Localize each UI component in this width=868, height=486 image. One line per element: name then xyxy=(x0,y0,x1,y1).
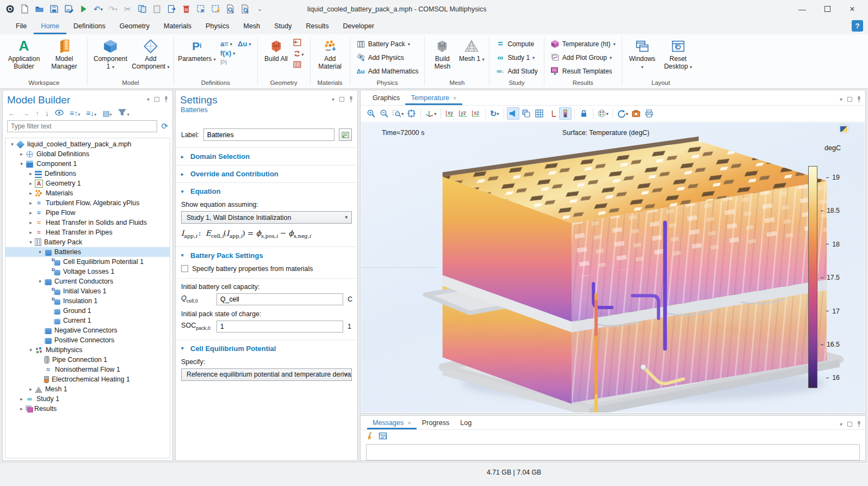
search-settings-button[interactable] xyxy=(238,3,252,16)
section-cell-equilibrium-potential[interactable]: ▾Cell Equilibrium Potential xyxy=(176,340,357,357)
variables-button[interactable]: a=▾ xyxy=(218,39,235,48)
move-down-icon[interactable]: ↓ xyxy=(45,109,49,118)
zoom-in-icon[interactable] xyxy=(365,107,377,120)
qat-overflow-button[interactable]: ⌄ xyxy=(253,3,266,16)
float-icon[interactable] xyxy=(847,97,852,102)
tree-twisty-icon[interactable]: ▾ xyxy=(18,161,25,167)
model-manager-button[interactable]: Model Manager xyxy=(45,37,84,72)
copy-table-icon[interactable] xyxy=(379,432,387,442)
zoom-box-icon[interactable]: ▾ xyxy=(391,107,405,120)
parameters-button[interactable]: Pi Parameters ▾ xyxy=(177,37,216,65)
tree-item[interactable]: ▸Results xyxy=(5,404,170,414)
specify-from-materials-checkbox[interactable] xyxy=(181,265,188,272)
expand-all-icon[interactable]: ≡↑▾ xyxy=(70,109,80,118)
build-all-geometry-button[interactable]: Build All xyxy=(261,37,292,65)
view-yz-icon[interactable]: yz xyxy=(457,107,469,120)
tree-twisty-icon[interactable]: ▸ xyxy=(27,171,34,176)
filter-input[interactable] xyxy=(7,120,157,132)
menu-item-mesh[interactable]: Mesh xyxy=(236,18,267,34)
label-input[interactable] xyxy=(203,128,334,141)
soc-input[interactable] xyxy=(216,321,343,333)
parameter-case-button[interactable]: Pi xyxy=(218,58,254,67)
compute-button[interactable]: = Compute xyxy=(493,37,540,51)
tree-item[interactable]: Electrochemical Heating 1 xyxy=(5,374,170,384)
refresh-icon[interactable]: ⟳ xyxy=(161,121,168,131)
tree-twisty-icon[interactable]: ▸ xyxy=(27,190,34,196)
view-xz-icon[interactable]: xz xyxy=(470,107,482,120)
collapse-chevron-icon[interactable]: ▾ xyxy=(840,421,842,427)
move-up-icon[interactable]: ↑ xyxy=(35,109,39,118)
graphics-canvas[interactable]: Time=72000 s Surface: Temperature (degC)… xyxy=(361,122,865,413)
tree-twisty-icon[interactable]: ▾ xyxy=(36,279,44,284)
tree-item[interactable]: Negative Connectors xyxy=(5,325,170,335)
rename-button[interactable] xyxy=(339,128,352,141)
tree-item[interactable]: ▸Definitions xyxy=(5,169,170,179)
tree-item[interactable]: ▾liquid_cooled_battery_pack_a.mph xyxy=(5,139,170,149)
build-mesh-button[interactable]: Build Mesh xyxy=(428,37,456,72)
run-application-button[interactable] xyxy=(77,3,90,16)
new-file-button[interactable] xyxy=(18,3,32,16)
reset-desktop-button[interactable]: C Reset Desktop ▾ xyxy=(660,37,696,72)
collapse-chevron-icon[interactable]: ▾ xyxy=(147,96,150,102)
tree-item[interactable]: ▾Batteries xyxy=(5,247,170,257)
tree-twisty-icon[interactable]: ▸ xyxy=(27,181,34,186)
pin-icon[interactable] xyxy=(857,421,861,427)
tab-log[interactable]: Log xyxy=(455,416,477,429)
tree-item[interactable]: ▸≈Pipe Flow xyxy=(5,208,170,218)
float-icon[interactable] xyxy=(154,97,159,102)
snapshot-icon[interactable] xyxy=(630,107,642,120)
component-button[interactable]: Component 1 ▾ xyxy=(91,37,130,72)
color-theme-icon[interactable]: ▾ xyxy=(596,107,610,120)
menu-item-materials[interactable]: Materials xyxy=(157,18,199,34)
tree-item[interactable]: ▸Mesh 1 xyxy=(5,384,170,394)
go-to-view-icon[interactable]: ▾ xyxy=(424,107,437,120)
messages-output-area[interactable] xyxy=(366,444,860,460)
tree-item[interactable]: Ground 1 xyxy=(5,306,170,316)
section-battery-pack-settings[interactable]: ▾Battery Pack Settings xyxy=(176,247,357,264)
tree-item[interactable]: ▸AGeometry 1 xyxy=(5,179,170,188)
help-button[interactable]: ? xyxy=(852,20,863,32)
undo-button[interactable]: ↶▾ xyxy=(91,3,105,16)
redo-button[interactable]: ↷▾ xyxy=(106,3,120,16)
tree-item[interactable]: ▾Current Conductors xyxy=(5,276,170,286)
pin-icon[interactable] xyxy=(857,96,861,102)
save-button[interactable] xyxy=(47,3,61,16)
tree-item[interactable]: ▾Battery Pack xyxy=(5,237,170,247)
show-icon[interactable] xyxy=(55,109,64,118)
tree-item[interactable]: ▸Global Definitions xyxy=(5,149,170,159)
tree-item[interactable]: ≈Nonisothermal Flow 1 xyxy=(5,365,170,374)
tree-item[interactable]: ▸Materials xyxy=(5,188,170,198)
tree-item[interactable]: Voltage Losses 1 xyxy=(5,267,170,276)
tab-temperature[interactable]: Temperature× xyxy=(405,90,462,105)
add-component-button[interactable]: Add Component ▾ xyxy=(131,37,170,72)
close-tab-icon[interactable]: × xyxy=(407,420,411,426)
tree-item[interactable]: Initial Values 1 xyxy=(5,286,170,296)
clear-selection-button[interactable] xyxy=(209,3,222,16)
temperature-plot-button[interactable]: Temperature (ht) ▾ xyxy=(548,37,618,51)
import-geometry-icon[interactable] xyxy=(293,38,302,47)
battery-pack-interface-button[interactable]: Battery Pack ▾ xyxy=(354,37,421,51)
zoom-extents-icon[interactable] xyxy=(405,107,418,120)
tree-item[interactable]: Cell Equilibrium Potential 1 xyxy=(5,257,170,267)
tree-item[interactable]: Current 1 xyxy=(5,316,170,325)
tree-twisty-icon[interactable]: ▾ xyxy=(27,239,34,245)
result-templates-button[interactable]: Result Templates xyxy=(548,64,618,78)
add-mathematics-button[interactable]: Δu Add Mathematics xyxy=(354,64,421,78)
forward-icon[interactable]: → xyxy=(22,109,29,118)
find-button[interactable] xyxy=(224,3,237,16)
filter-icon[interactable]: ▾ xyxy=(118,109,129,118)
tree-item[interactable]: Insulation 1 xyxy=(5,296,170,306)
tree-twisty-icon[interactable]: ▾ xyxy=(36,249,44,255)
back-icon[interactable]: ← xyxy=(8,109,16,118)
tree-item[interactable]: Positive Connectors xyxy=(5,335,170,345)
tree-item[interactable]: ▸≈Heat Transfer in Pipes xyxy=(5,227,170,237)
virtual-operations-icon[interactable] xyxy=(293,60,302,69)
nonlocal-couplings-button[interactable]: Δu▾ xyxy=(235,39,254,48)
tree-twisty-icon[interactable]: ▾ xyxy=(9,142,16,147)
pin-icon[interactable] xyxy=(164,96,168,102)
tree-item[interactable]: ▸∞Study 1 xyxy=(5,394,170,404)
tree-item[interactable]: ▸≈Heat Transfer in Solids and Fluids xyxy=(5,218,170,227)
add-plot-group-button[interactable]: Add Plot Group ▾ xyxy=(548,51,618,64)
tree-twisty-icon[interactable]: ▾ xyxy=(27,347,34,353)
application-builder-button[interactable]: A Application Builder xyxy=(4,37,44,72)
